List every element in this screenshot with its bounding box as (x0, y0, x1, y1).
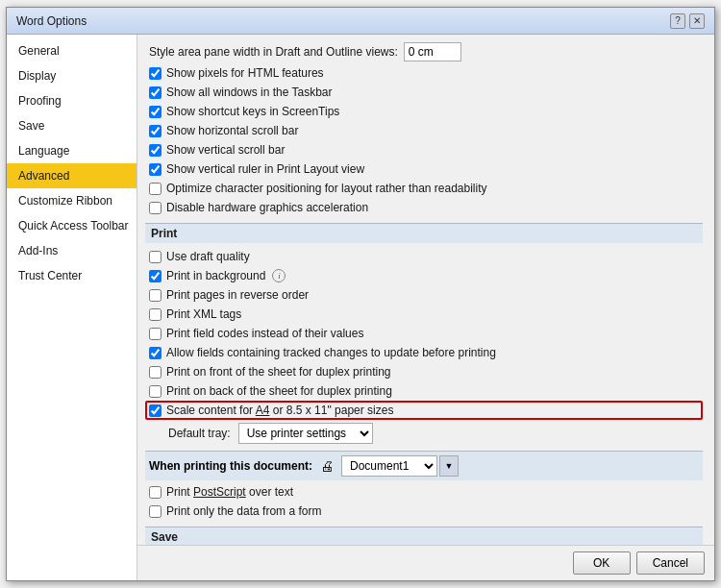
label-show-vertical-ruler: Show vertical ruler in Print Layout view (166, 162, 364, 176)
label-print-front: Print on front of the sheet for duplex p… (166, 365, 390, 379)
sidebar: General Display Proofing Save Language A… (7, 35, 137, 580)
sidebar-item-advanced[interactable]: Advanced (7, 163, 137, 188)
checkbox-optimize-char[interactable] (149, 183, 162, 195)
checkbox-show-pixels[interactable] (149, 67, 162, 80)
label-show-horizontal: Show horizontal scroll bar (166, 124, 298, 137)
sidebar-item-save[interactable]: Save (7, 113, 137, 138)
checkbox-show-vertical-scroll[interactable] (149, 144, 162, 157)
label-show-pixels: Show pixels for HTML features (166, 66, 324, 80)
option-print-xml: Print XML tags (145, 305, 703, 324)
checkbox-print-background[interactable] (149, 270, 162, 282)
label-print-xml: Print XML tags (166, 307, 241, 321)
checkbox-use-draft[interactable] (149, 251, 162, 263)
save-section-header: Save (145, 527, 703, 545)
label-optimize-char: Optimize character positioning for layou… (166, 182, 487, 195)
title-bar: Word Options ? ✕ (7, 8, 714, 35)
option-optimize-char: Optimize character positioning for layou… (145, 179, 703, 198)
tray-row: Default tray: Use printer settings (145, 420, 703, 447)
checkbox-show-horizontal[interactable] (149, 125, 162, 137)
close-button[interactable]: ✕ (689, 13, 705, 29)
tray-label: Default tray: (168, 427, 231, 440)
label-print-field-codes: Print field codes instead of their value… (166, 327, 363, 340)
sidebar-item-customize-ribbon[interactable]: Customize Ribbon (7, 188, 137, 213)
checkbox-print-back[interactable] (149, 385, 162, 398)
dialog-body: General Display Proofing Save Language A… (7, 35, 714, 580)
print-section-header: Print (145, 223, 703, 243)
style-pane-input[interactable] (404, 42, 461, 61)
label-print-background: Print in background (166, 269, 265, 282)
label-use-draft: Use draft quality (166, 250, 250, 263)
label-print-only-data: Print only the data from a form (166, 504, 321, 518)
option-print-back: Print on back of the sheet for duplex pr… (145, 381, 703, 401)
option-show-vertical-scroll: Show vertical scroll bar (145, 140, 703, 159)
label-show-vertical-scroll: Show vertical scroll bar (166, 143, 285, 157)
content-scroll[interactable]: Style area pane width in Draft and Outli… (137, 35, 714, 545)
option-print-front: Print on front of the sheet for duplex p… (145, 362, 703, 381)
option-print-only-data: Print only the data from a form (145, 502, 703, 521)
ok-button[interactable]: OK (573, 551, 631, 575)
style-pane-label: Style area pane width in Draft and Outli… (149, 45, 398, 59)
option-print-reverse: Print pages in reverse order (145, 285, 703, 305)
title-controls: ? ✕ (670, 13, 705, 29)
checkbox-show-shortcut[interactable] (149, 106, 162, 118)
checkbox-scale-content[interactable] (149, 404, 162, 417)
top-checkboxes: Show pixels for HTML features Show all w… (145, 63, 703, 217)
option-show-horizontal: Show horizontal scroll bar (145, 121, 703, 140)
dialog-title: Word Options (16, 14, 87, 28)
option-allow-fields: Allow fields containing tracked changes … (145, 343, 703, 362)
label-show-windows: Show all windows in the Taskbar (166, 86, 333, 99)
label-print-postscript: Print PostScript over text (166, 485, 293, 499)
checkbox-show-vertical-ruler[interactable] (149, 163, 162, 176)
checkbox-print-front[interactable] (149, 366, 162, 379)
checkbox-print-xml[interactable] (149, 308, 162, 321)
option-print-field-codes: Print field codes instead of their value… (145, 324, 703, 343)
dialog-footer: OK Cancel (137, 545, 714, 580)
option-print-background: Print in background i (145, 266, 703, 285)
doc-label: When printing this document: (149, 459, 312, 473)
word-options-dialog: Word Options ? ✕ General Display Proofin… (6, 7, 715, 581)
cancel-button[interactable]: Cancel (636, 551, 705, 575)
checkbox-print-reverse[interactable] (149, 289, 162, 302)
info-icon-print-background[interactable]: i (272, 269, 286, 282)
label-allow-fields: Allow fields containing tracked changes … (166, 346, 496, 359)
sidebar-item-language[interactable]: Language (7, 138, 137, 163)
doc-dropdown-btn[interactable]: ▼ (439, 455, 459, 477)
tray-select[interactable]: Use printer settings (238, 423, 373, 444)
checkbox-disable-hardware[interactable] (149, 202, 162, 214)
sidebar-item-trust-center[interactable]: Trust Center (7, 263, 137, 288)
option-disable-hardware: Disable hardware graphics acceleration (145, 198, 703, 217)
option-show-pixels: Show pixels for HTML features (145, 63, 703, 83)
sidebar-item-proofing[interactable]: Proofing (7, 88, 137, 113)
checkbox-print-only-data[interactable] (149, 505, 162, 518)
label-show-shortcut: Show shortcut keys in ScreenTips (166, 105, 339, 118)
label-disable-hardware: Disable hardware graphics acceleration (166, 201, 368, 214)
doc-row: When printing this document: 🖨 Document1… (145, 451, 703, 480)
option-use-draft: Use draft quality (145, 247, 703, 266)
sidebar-item-quick-access-toolbar[interactable]: Quick Access Toolbar (7, 213, 137, 238)
sidebar-item-display[interactable]: Display (7, 63, 137, 88)
option-show-windows: Show all windows in the Taskbar (145, 83, 703, 102)
checkbox-print-postscript[interactable] (149, 486, 162, 499)
checkbox-show-windows[interactable] (149, 86, 162, 99)
checkbox-allow-fields[interactable] (149, 347, 162, 359)
checkbox-print-field-codes[interactable] (149, 328, 162, 340)
style-pane-row: Style area pane width in Draft and Outli… (145, 40, 703, 63)
sidebar-item-general[interactable]: General (7, 38, 137, 63)
label-print-back: Print on back of the sheet for duplex pr… (166, 384, 392, 398)
doc-select-wrap: Document1 ▼ (341, 455, 459, 477)
label-scale-content: Scale content for A4 or 8.5 x 11" paper … (166, 404, 393, 417)
doc-select[interactable]: Document1 (341, 455, 437, 477)
option-scale-content: Scale content for A4 or 8.5 x 11" paper … (145, 401, 703, 420)
option-print-postscript: Print PostScript over text (145, 482, 703, 502)
label-print-reverse: Print pages in reverse order (166, 288, 309, 302)
help-button[interactable]: ? (670, 13, 685, 29)
sidebar-item-add-ins[interactable]: Add-Ins (7, 238, 137, 263)
option-show-vertical-ruler: Show vertical ruler in Print Layout view (145, 159, 703, 179)
main-content: Style area pane width in Draft and Outli… (137, 35, 714, 580)
option-show-shortcut: Show shortcut keys in ScreenTips (145, 102, 703, 121)
doc-printer-icon: 🖨 (320, 458, 334, 474)
